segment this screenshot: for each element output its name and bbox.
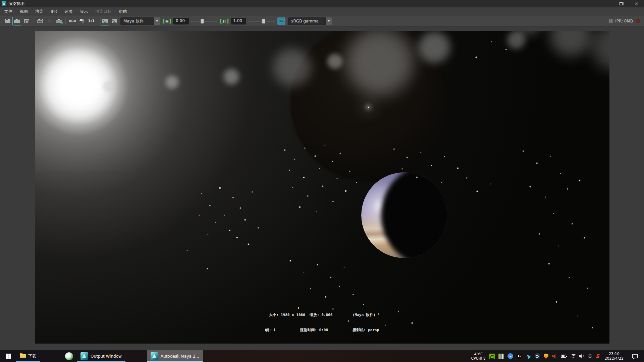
star [587, 288, 588, 289]
star [292, 187, 293, 188]
renderer-dropdown[interactable]: Maya 软件 ▼ [120, 17, 160, 25]
taskbar-item-downloads[interactable]: 下载 [16, 350, 40, 362]
chevron-down-icon[interactable]: ▼ [154, 17, 160, 25]
cpu-temp-widget[interactable]: 49℃ CPU温度 [471, 352, 486, 361]
audio-device-tray-icon[interactable] [552, 353, 557, 359]
sogou-tray-icon[interactable]: S [596, 353, 599, 359]
color-management-toggle[interactable]: ON [277, 17, 285, 25]
steam-tray-icon[interactable] [535, 353, 540, 359]
nvidia-icon [489, 354, 495, 359]
menu-view[interactable]: 视图 [16, 7, 32, 15]
star [529, 186, 531, 187]
star [248, 244, 250, 245]
star [491, 41, 492, 42]
shield-tray-icon[interactable] [544, 354, 548, 359]
render-current-frame-button[interactable] [12, 17, 21, 25]
star [337, 178, 338, 179]
color-grid-tray-icon[interactable] [498, 353, 504, 359]
contrast-icon: ◐ [222, 19, 226, 23]
star [560, 173, 561, 174]
close-button[interactable] [629, 0, 644, 7]
star [207, 268, 208, 269]
folder-icon [20, 354, 26, 358]
taskbar: 下载 Output Window Autodesk Maya 2... 49℃ … [0, 350, 644, 362]
menu-options[interactable]: 选项 [61, 7, 76, 15]
colorspace-dropdown[interactable]: sRGB gamma ▼ [288, 17, 332, 25]
menubar: 文件 视图 渲染 IPR 选项 显示 渲染目标 帮助 [0, 7, 644, 15]
star [244, 219, 246, 221]
render-info-overlay: 大小: 1980 x 1080 缩放: 0.866 (Maya 软件) 帧: 1… [35, 302, 609, 343]
taskbar-item-maya[interactable]: Autodesk Maya 2... [147, 350, 203, 362]
ipr-pause-button[interactable] [609, 19, 612, 23]
wifi-icon [570, 354, 576, 358]
wifi-tray-icon[interactable] [570, 353, 576, 359]
volume-tray-icon[interactable] [579, 353, 585, 359]
menu-display[interactable]: 显示 [76, 7, 92, 15]
slider-handle[interactable] [262, 19, 265, 23]
exposure-icon: [◉] [162, 18, 171, 24]
star [314, 156, 316, 157]
settings-clapperboard-icon: ⚙ [56, 19, 62, 23]
lens-flare-circle [103, 80, 115, 93]
minimize-button[interactable] [598, 0, 613, 7]
render-canvas[interactable]: 大小: 1980 x 1080 缩放: 0.866 (Maya 软件) 帧: 1… [35, 31, 609, 344]
cursor-tray-icon[interactable] [526, 353, 531, 359]
keep-image-button[interactable] [101, 17, 109, 25]
star [444, 156, 445, 157]
star [201, 193, 202, 194]
menu-file[interactable]: 文件 [1, 7, 16, 15]
window-controls [598, 0, 644, 7]
ipr-render-button[interactable]: IPR [36, 17, 44, 25]
clock[interactable]: 23:10 2022/4/22 [603, 352, 626, 361]
render-settings-button[interactable]: ⚙ [54, 17, 63, 25]
menu-help[interactable]: 帮助 [115, 7, 130, 15]
action-center-icon[interactable] [632, 354, 638, 358]
taskbar-item-output-window[interactable]: Output Window [77, 350, 125, 362]
chevron-down-icon[interactable]: ▼ [326, 17, 332, 25]
snapshot-button[interactable] [22, 17, 31, 25]
rgb-label: RGB [69, 19, 76, 23]
star [339, 286, 340, 287]
star [232, 197, 234, 198]
slider-handle[interactable] [201, 19, 204, 23]
red-speaker-icon [552, 354, 557, 359]
crescent-planet [361, 172, 447, 258]
star [407, 157, 408, 158]
taskbar-item-app[interactable] [61, 350, 77, 362]
rgb-channels-button[interactable]: RGB [68, 17, 77, 25]
alpha-channel-button[interactable] [77, 17, 86, 25]
maya-icon [80, 352, 88, 360]
grid-icon [498, 354, 504, 359]
restore-button[interactable] [613, 0, 629, 7]
ipr-stop-button[interactable] [636, 19, 640, 23]
remove-image-button[interactable]: ✕ [110, 17, 119, 25]
minimize-icon [604, 4, 607, 4]
start-button[interactable] [0, 350, 16, 362]
star [252, 191, 253, 193]
taskbar-item-label: Autodesk Maya 2... [161, 354, 199, 359]
star [579, 180, 580, 181]
star [340, 153, 341, 154]
battery-tray-icon[interactable] [561, 353, 567, 359]
star [258, 227, 259, 229]
gamma-field[interactable]: 1.00 [231, 18, 246, 24]
star [229, 230, 230, 231]
menu-render[interactable]: 渲染 [32, 7, 47, 15]
star [236, 237, 238, 238]
star [303, 177, 305, 178]
nvidia-tray-icon[interactable] [489, 353, 495, 359]
star [319, 168, 320, 169]
exposure-field[interactable]: 0.00 [173, 18, 189, 24]
star [431, 165, 432, 166]
gamma-slider[interactable] [249, 18, 275, 24]
exposure-slider[interactable] [191, 18, 217, 24]
speaker-icon [579, 354, 585, 359]
menu-ipr[interactable]: IPR [47, 7, 61, 15]
lens-flare-circle [223, 68, 240, 85]
ime-indicator[interactable]: 英 [588, 353, 592, 359]
windows-logo-icon [6, 354, 11, 359]
logitech-tray-icon[interactable]: G [517, 353, 522, 359]
one-to-one-button[interactable]: 1:1 [87, 17, 96, 25]
cloud-tray-icon[interactable]: ☁ [507, 353, 513, 359]
redo-render-button[interactable] [3, 17, 12, 25]
